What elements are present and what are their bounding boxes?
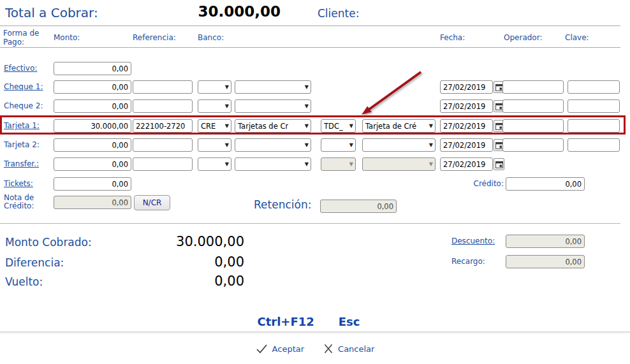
cheque2-label: Cheque 2: [4, 101, 43, 110]
tarjeta2-clave-input[interactable] [568, 138, 620, 152]
tarjeta1-banco-select[interactable]: Tarjetas de Cr▼ [235, 119, 311, 133]
tarjeta1-fecha-input[interactable] [440, 119, 493, 133]
tarjeta1-clave-input[interactable] [568, 119, 620, 133]
shortcut-esc: Esc [339, 315, 360, 328]
efectivo-monto-input[interactable] [54, 62, 131, 75]
action-bar: Aceptar Cancelar [0, 344, 630, 354]
payment-row-nota-credito: Nota deCrédito: N/CR Retención: [0, 196, 630, 212]
chevron-down-icon: ▼ [427, 142, 433, 148]
chevron-down-icon: ▼ [223, 161, 229, 167]
cheque2-clave-input[interactable] [568, 99, 620, 113]
cheque1-clave-input[interactable] [568, 80, 620, 94]
cheque2-monto-input[interactable] [54, 99, 131, 113]
tarjeta2-fecha-input[interactable] [440, 138, 493, 152]
payment-row-tarjeta1: Tarjeta 1: CRE▼ Tarjetas de Cr▼ TDC_▼ Ta… [0, 119, 630, 133]
calendar-icon [495, 142, 503, 149]
transferencia-banco-code-select[interactable]: ▼ [198, 157, 231, 171]
chevron-down-icon: ▼ [303, 123, 309, 129]
tarjeta1-operador-input[interactable] [502, 119, 564, 133]
tarjeta2-label: Tarjeta 2: [4, 140, 40, 149]
chevron-down-icon: ▼ [223, 123, 229, 129]
cancelar-button[interactable]: Cancelar [323, 344, 374, 354]
payment-row-transferencia: Transfer.: ▼ ▼ ▼ ▼ [0, 157, 630, 171]
payment-row-cheque2: Cheque 2: ▼ ▼ [0, 99, 630, 113]
total-a-cobrar-value: 30.000,00 [153, 3, 281, 20]
transferencia-monto-input[interactable] [54, 157, 131, 171]
credito-input[interactable] [506, 177, 585, 191]
column-referencia: Referencia: [133, 33, 176, 42]
column-operador: Operador: [504, 33, 542, 42]
transferencia-calendar-button[interactable] [494, 158, 504, 170]
cheque1-fecha-input[interactable] [440, 80, 493, 94]
tarjeta1-link[interactable]: Tarjeta 1: [4, 121, 40, 130]
recargo-input [506, 255, 585, 268]
cheque1-operador-input[interactable] [502, 80, 564, 94]
nota-credito-label: Nota deCrédito: [4, 194, 34, 210]
retencion-label: Retención: [254, 198, 311, 211]
column-monto: Monto: [54, 33, 80, 42]
annotation-arrow-icon [351, 67, 434, 124]
tarjeta2-banco-select[interactable]: ▼ [235, 138, 311, 152]
cheque1-banco-code-select[interactable]: ▼ [198, 80, 231, 94]
tarjeta1-banco-code-select[interactable]: CRE▼ [198, 119, 231, 133]
tickets-link[interactable]: Tickets: [4, 179, 33, 188]
cheque2-referencia-input[interactable] [133, 99, 193, 113]
credito-label: Crédito: [453, 179, 504, 188]
tarjeta2-banco-code-select[interactable]: ▼ [198, 138, 231, 152]
transferencia-banco-select[interactable]: ▼ [235, 157, 311, 171]
tarjeta2-tdc-select[interactable]: ▼ [362, 138, 436, 152]
chevron-down-icon: ▼ [303, 103, 309, 109]
vuelto-label: Vuelto: [5, 275, 43, 288]
chevron-down-icon: ▼ [303, 161, 309, 167]
nota-credito-monto-input [54, 196, 131, 209]
aceptar-button[interactable]: Aceptar [256, 344, 304, 354]
tarjeta2-referencia-input[interactable] [133, 138, 193, 152]
column-fecha: Fecha: [440, 33, 465, 42]
chevron-down-icon: ▼ [223, 84, 229, 90]
tickets-monto-input[interactable] [54, 177, 131, 191]
tarjeta1-monto-input[interactable] [54, 119, 131, 133]
cheque2-banco-code-select[interactable]: ▼ [198, 99, 231, 113]
chevron-down-icon: ▼ [223, 142, 229, 148]
descuento-input [506, 235, 585, 248]
calendar-icon [495, 161, 503, 168]
cheque1-link[interactable]: Cheque 1: [4, 82, 43, 91]
tarjeta2-tdc-code-select[interactable]: ▼ [321, 138, 356, 152]
cheque1-banco-select[interactable]: ▼ [235, 80, 311, 94]
calendar-icon [495, 84, 503, 91]
chevron-down-icon: ▼ [427, 161, 433, 167]
payment-row-cheque1: Cheque 1: ▼ ▼ [0, 80, 630, 94]
retencion-input [320, 200, 397, 213]
calendar-icon [495, 103, 503, 110]
ncr-button[interactable]: N/CR [134, 195, 170, 210]
shortcut-ctrl-f12: Ctrl+F12 [258, 315, 314, 328]
cancelar-label: Cancelar [338, 344, 374, 354]
payment-row-efectivo: Efectivo: [0, 62, 630, 76]
divider [0, 223, 620, 224]
cheque1-monto-input[interactable] [54, 80, 131, 94]
tarjeta2-monto-input[interactable] [54, 138, 131, 152]
column-forma-de-pago: Forma de Pago: [3, 29, 43, 47]
column-clave: Clave: [565, 33, 589, 42]
transferencia-referencia-input[interactable] [133, 157, 193, 171]
chevron-down-icon: ▼ [223, 103, 229, 109]
divider [0, 25, 620, 26]
cheque2-banco-select[interactable]: ▼ [235, 99, 311, 113]
cheque2-fecha-input[interactable] [440, 99, 493, 113]
transferencia-fecha-input[interactable] [440, 157, 493, 171]
chevron-down-icon: ▼ [303, 84, 309, 90]
transferencia-tdc-select-disabled: ▼ [362, 157, 436, 171]
efectivo-link[interactable]: Efectivo: [4, 64, 37, 73]
shortcut-hints: Ctrl+F12 Esc [0, 315, 617, 328]
column-banco: Banco: [198, 33, 224, 42]
cheque1-referencia-input[interactable] [133, 80, 193, 94]
divider [0, 331, 630, 334]
transferencia-link[interactable]: Transfer.: [4, 159, 39, 168]
cheque2-operador-input[interactable] [502, 99, 564, 113]
descuento-link[interactable]: Descuento: [451, 237, 495, 245]
tarjeta1-referencia-input[interactable] [133, 119, 193, 133]
tarjeta2-operador-input[interactable] [502, 138, 564, 152]
check-icon [256, 344, 268, 354]
payment-row-tickets: Tickets: Crédito: [0, 177, 630, 191]
payment-row-tarjeta2: Tarjeta 2: ▼ ▼ ▼ ▼ [0, 138, 630, 152]
